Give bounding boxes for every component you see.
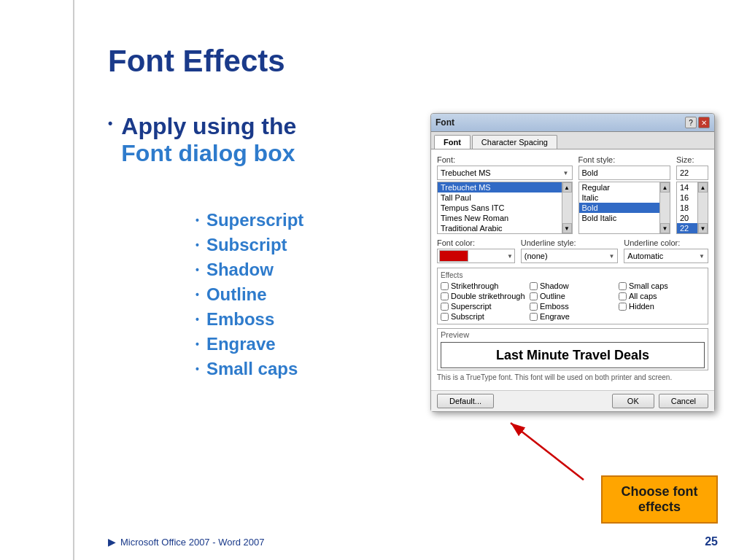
sub-bullet-list: • Superscript • Subscript • Shadow • Out… bbox=[196, 210, 303, 384]
main-bullet-text: Apply using the Font dialog box bbox=[121, 113, 296, 167]
preview-text: Last Minute Travel Deals bbox=[441, 342, 705, 368]
font-label: Font: bbox=[437, 155, 455, 164]
dialog-title: Font bbox=[436, 117, 454, 128]
effect-small-caps: Small caps bbox=[619, 281, 705, 290]
bullet-dot-main: • bbox=[108, 116, 112, 131]
slide-border bbox=[73, 0, 74, 560]
checkbox-engrave[interactable] bbox=[530, 313, 538, 321]
color-swatch bbox=[439, 250, 468, 262]
style-list[interactable]: Regular Italic Bold Bold Italic ▲ ▼ bbox=[578, 182, 670, 234]
style-italic: Italic bbox=[579, 192, 670, 203]
font-list-item-2: Tempus Sans ITC bbox=[438, 203, 572, 213]
checkbox-all-caps[interactable] bbox=[619, 292, 627, 300]
underline-style-combo[interactable]: (none) ▼ bbox=[521, 249, 619, 263]
underline-color-combo[interactable]: Automatic ▼ bbox=[624, 249, 708, 263]
underline-color-value: Automatic bbox=[627, 252, 663, 260]
effects-grid: Strikethrough Shadow Small caps Double s… bbox=[441, 281, 705, 321]
effect-shadow: Shadow bbox=[530, 281, 616, 290]
font-input[interactable]: Trebuchet MS ▼ bbox=[437, 166, 573, 180]
tab-character-spacing[interactable]: Character Spacing bbox=[472, 135, 557, 149]
truetype-note: This is a TrueType font. This font will … bbox=[437, 373, 708, 381]
font-list-item-5: Trebuchet MS bbox=[438, 233, 572, 234]
page-number: 25 bbox=[705, 535, 718, 548]
effects-section: Effects Strikethrough Shadow Small caps … bbox=[437, 268, 708, 324]
checkbox-double-strikethrough[interactable] bbox=[441, 292, 449, 300]
bullet-list: • Apply using the Font dialog box bbox=[108, 113, 296, 174]
dialog-footer: Default... OK Cancel bbox=[431, 390, 714, 411]
underline-style-label: Underline style: bbox=[521, 238, 619, 247]
size-label: Size: bbox=[676, 155, 694, 164]
size-list-scrollbar[interactable]: ▲ ▼ bbox=[697, 182, 708, 233]
font-list-selected: Trebuchet MS bbox=[438, 182, 572, 192]
preview-label: Preview bbox=[438, 329, 708, 341]
effects-label: Effects bbox=[441, 271, 705, 279]
effect-hidden: Hidden bbox=[619, 302, 705, 311]
preview-section: Preview Last Minute Travel Deals bbox=[437, 328, 708, 370]
tab-font[interactable]: Font bbox=[434, 135, 471, 149]
slide-footer: ▶ Microsoft Office 2007 - Word 2007 25 bbox=[108, 535, 718, 548]
checkbox-strikethrough[interactable] bbox=[441, 282, 449, 290]
sub-bullet-shadow: • Shadow bbox=[196, 260, 303, 280]
ok-button[interactable]: OK bbox=[612, 394, 654, 408]
font-list-item-3: Times New Roman bbox=[438, 213, 572, 223]
effect-all-caps: All caps bbox=[619, 292, 705, 300]
font-list-scrollbar[interactable]: ▲ ▼ bbox=[562, 182, 572, 233]
font-size-input[interactable]: 22 bbox=[676, 166, 708, 180]
font-dialog: Font ? ✕ Font Character Spacing Font: Fo… bbox=[430, 113, 715, 412]
slide-title: Font Effects bbox=[108, 44, 285, 79]
cancel-button[interactable]: Cancel bbox=[659, 394, 708, 408]
effect-strikethrough: Strikethrough bbox=[441, 281, 527, 290]
checkbox-emboss[interactable] bbox=[530, 303, 538, 311]
style-regular: Regular bbox=[579, 182, 670, 192]
callout-box: Choose font effects bbox=[601, 475, 718, 524]
sub-bullet-small-caps: • Small caps bbox=[196, 359, 303, 379]
dialog-close-button[interactable]: ✕ bbox=[698, 117, 710, 128]
checkbox-outline[interactable] bbox=[530, 292, 538, 300]
sub-bullet-subscript: • Subscript bbox=[196, 235, 303, 255]
font-list-item-1: Tall Paul bbox=[438, 192, 572, 203]
effect-outline: Outline bbox=[530, 292, 616, 300]
checkbox-hidden[interactable] bbox=[619, 303, 627, 311]
effect-superscript: Superscript bbox=[441, 302, 527, 311]
style-list-scrollbar[interactable]: ▲ ▼ bbox=[659, 182, 670, 233]
effect-emboss: Emboss bbox=[530, 302, 616, 311]
checkbox-small-caps[interactable] bbox=[619, 282, 627, 290]
font-style-label: Font style: bbox=[578, 155, 616, 164]
effect-double-strikethrough: Double strikethrough bbox=[441, 292, 527, 300]
checkbox-shadow[interactable] bbox=[530, 282, 538, 290]
style-bold: Bold bbox=[579, 203, 670, 213]
effect-subscript: Subscript bbox=[441, 312, 527, 321]
sub-bullet-emboss: • Emboss bbox=[196, 309, 303, 330]
sub-bullet-superscript: • Superscript bbox=[196, 210, 303, 230]
callout-text: Choose font effects bbox=[622, 484, 698, 514]
underline-color-label: Underline color: bbox=[624, 238, 708, 247]
default-button[interactable]: Default... bbox=[437, 394, 494, 408]
footer-play: ▶ Microsoft Office 2007 - Word 2007 bbox=[108, 536, 265, 548]
font-color-label: Font color: bbox=[437, 238, 515, 247]
dialog-body: Font: Font style: Size: Trebuchet MS ▼ B… bbox=[431, 149, 714, 390]
sub-bullet-outline: • Outline bbox=[196, 284, 303, 305]
size-list[interactable]: 14 16 18 20 22 ▲ ▼ bbox=[676, 182, 708, 234]
play-icon: ▶ bbox=[108, 536, 116, 548]
checkbox-superscript[interactable] bbox=[441, 303, 449, 311]
checkbox-subscript[interactable] bbox=[441, 313, 449, 321]
callout-arrow bbox=[511, 423, 584, 480]
dialog-controls: ? ✕ bbox=[685, 117, 710, 128]
footer-label: Microsoft Office 2007 - Word 2007 bbox=[120, 537, 265, 548]
font-list[interactable]: Trebuchet MS Tall Paul Tempus Sans ITC T… bbox=[437, 182, 573, 234]
font-color-combo[interactable]: ▼ bbox=[437, 249, 515, 263]
effect-engrave: Engrave bbox=[530, 312, 616, 321]
dialog-help-button[interactable]: ? bbox=[685, 117, 697, 128]
main-bullet: • Apply using the Font dialog box bbox=[108, 113, 296, 167]
sub-bullet-engrave: • Engrave bbox=[196, 334, 303, 354]
dialog-titlebar: Font ? ✕ bbox=[431, 114, 714, 132]
font-list-item-4: Traditional Arabic bbox=[438, 223, 572, 233]
dialog-ok-cancel: OK Cancel bbox=[612, 394, 708, 408]
font-style-input[interactable]: Bold bbox=[578, 166, 670, 180]
style-bold-italic: Bold Italic bbox=[579, 213, 670, 223]
dialog-tabs: Font Character Spacing bbox=[431, 132, 714, 149]
underline-style-value: (none) bbox=[525, 252, 548, 260]
